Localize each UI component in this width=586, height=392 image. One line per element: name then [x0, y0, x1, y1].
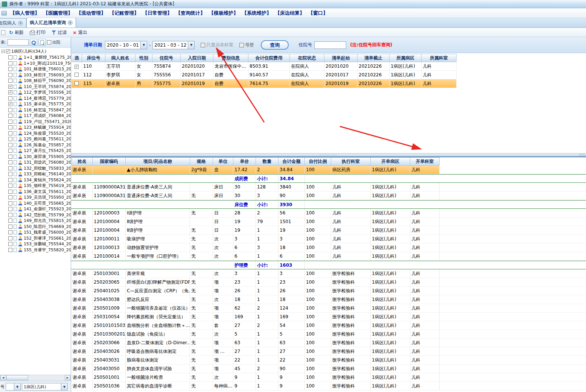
patient-checkbox[interactable]: ✓	[8, 102, 12, 106]
search-input[interactable]	[8, 39, 29, 46]
filter-button[interactable]: 过滤	[49, 29, 69, 36]
tree-patient-item[interactable]: ✓112_李梦琪_755556_20...	[0, 90, 71, 96]
tree-patient-item[interactable]: 108_林烜平_756090_20...	[0, 78, 71, 84]
patient-checkbox[interactable]: ✓	[8, 90, 12, 94]
column-header[interactable]: 住院号	[152, 54, 181, 62]
tree-patient-item[interactable]: ✓115_谢卓辰_755775_20...	[0, 101, 71, 107]
print-button[interactable]: 打印	[27, 29, 48, 36]
patient-checkbox[interactable]	[8, 155, 12, 159]
tree-patient-item[interactable]: 1+10_测试[210119_7561...	[0, 61, 71, 67]
patient-checkbox[interactable]	[8, 131, 12, 135]
column-header[interactable]: 规格	[190, 157, 213, 166]
goto-button[interactable]	[38, 39, 46, 46]
tree-patient-item[interactable]: 131_郑棨武_756080_20...	[0, 160, 71, 166]
tree-patient-item[interactable]: 123_林毓姗_755914_20...	[0, 125, 71, 131]
patient-checkbox[interactable]	[8, 96, 12, 100]
discharged-checkbox[interactable]	[47, 40, 51, 44]
date-to-select[interactable]: 2021 - 03 - 12 ▼	[152, 41, 195, 49]
splitter-end-thumb[interactable]	[579, 154, 584, 156]
patient-checkbox[interactable]	[8, 207, 12, 211]
patient-checkbox[interactable]	[8, 201, 12, 205]
column-header[interactable]: 清单截止	[358, 54, 390, 62]
tree-patient-item[interactable]: 124_陈俊霖_755520_20...	[0, 131, 71, 137]
column-header[interactable]: 开单科室	[410, 157, 440, 166]
dropdown-icon[interactable]: ▼	[140, 41, 147, 49]
tree-patient-item[interactable]: 127_谢月生_755425_20...	[0, 148, 71, 154]
detail-row[interactable]: 谢卓辰120100013动静脉置管护理无次6318100儿科1病区(儿科)儿科	[71, 243, 586, 252]
patient-checkbox[interactable]	[8, 236, 12, 240]
tree-patient-item[interactable]: 140_吴司晋_755665_20...	[0, 201, 71, 207]
tree-patient-item[interactable]: 126_陈嘉会_755857_20...	[0, 142, 71, 148]
detail-row[interactable]: 谢卓辰250401025C—反应蛋白测定（CRP）（免...无项26126100…	[71, 287, 586, 295]
search-button[interactable]	[30, 39, 37, 46]
tab-inpatient[interactable]: 住院病人 ×	[0, 18, 26, 27]
tree-patient-item[interactable]: 150_陈思行_754669_20...	[0, 224, 71, 230]
footer-small-select[interactable]: ▼	[6, 383, 21, 390]
row-checkbox[interactable]	[75, 81, 79, 85]
column-header[interactable]: 入院日期	[181, 54, 213, 62]
column-header[interactable]: 单价	[233, 157, 256, 166]
patient-checkbox[interactable]: ✓	[8, 85, 12, 89]
column-header[interactable]: 单位	[213, 157, 233, 166]
detail-row[interactable]: 谢卓辰120100004Ⅱ级护理无日19119100儿科1病区(儿科)儿科	[71, 226, 586, 235]
detail-row[interactable]: 谢卓辰250501036其它病毒的血清学诊断无每种病...919100医学检验科…	[71, 382, 586, 390]
refresh-button[interactable]: ↻ 刷新	[7, 29, 26, 36]
column-header[interactable]: 开单病区	[371, 157, 410, 166]
menu-item[interactable]: 【记账管理】	[108, 10, 141, 17]
detail-row[interactable]: 谢卓辰120100011吸痰护理无次313100儿科1病区(儿科)儿科	[71, 235, 586, 243]
detail-row[interactable]: 谢卓辰250403031腺病毒抗体测定无项22122100医学检验科1病区(儿科…	[71, 356, 586, 365]
patient-checkbox[interactable]	[8, 149, 12, 153]
mother-baby-checkbox[interactable]	[239, 43, 244, 47]
patient-checkbox[interactable]	[8, 108, 12, 112]
detail-row[interactable]: 谢卓辰▲小儿肺咳颗粒2g*9袋盒17.42234.84100病区药房1病区(儿科…	[71, 166, 586, 174]
patient-checkbox[interactable]	[8, 219, 12, 223]
tree-patient-item[interactable]: 139_吴浩琪_755950_20...	[0, 194, 71, 201]
tree-patient-item[interactable]: 130_谢羿康_755905_20...	[0, 154, 71, 160]
column-header[interactable]: 项目/药品名称	[126, 157, 190, 166]
patient-checkbox[interactable]	[8, 143, 12, 147]
patient-checkbox[interactable]	[8, 61, 12, 65]
column-header[interactable]: 病人姓名	[105, 54, 135, 62]
inpatient-no-input[interactable]	[314, 41, 346, 49]
dropdown-icon[interactable]: ▼	[14, 383, 20, 390]
patient-checkbox[interactable]	[8, 67, 12, 71]
patient-checkbox[interactable]	[8, 166, 12, 170]
patient-row[interactable]: 112李梦琪女75555620201017自费9140.57在院病人202010…	[72, 71, 457, 79]
patient-checkbox[interactable]	[8, 225, 12, 229]
ward-select[interactable]: 1病区(儿科) ▼	[22, 383, 68, 390]
column-header[interactable]: 选	[72, 54, 82, 62]
tree-patient-item[interactable]: 116_林宏溢_755847_20...	[0, 107, 71, 113]
patient-checkbox[interactable]	[8, 190, 12, 194]
tree-patient-item[interactable]: ✓110_王芊玥_755874_20...	[0, 84, 71, 90]
menu-item[interactable]: 【床边结算】	[273, 10, 306, 17]
dropdown-icon[interactable]: ▼	[188, 41, 194, 49]
column-header[interactable]: 清单起始	[324, 54, 358, 62]
column-header[interactable]: 合计住院费用	[248, 54, 290, 62]
detail-row[interactable]: 谢卓辰120100014一般专项护理（口腔护理）无次616100儿科1病区(儿科…	[71, 252, 586, 261]
tree-patient-item[interactable]: 119_卢喆_755471_20201...	[0, 119, 71, 125]
patient-checkbox[interactable]	[8, 160, 12, 164]
tree-patient-item[interactable]: 153_张鹏晙_755544_20...	[0, 241, 71, 247]
detail-row[interactable]: 谢卓辰11090000A31普通床位费-A类三人间无床日30390100儿科1病…	[71, 191, 586, 200]
menu-item[interactable]: 【查询统计】	[174, 10, 207, 17]
patient-checkbox[interactable]	[8, 172, 12, 176]
detail-row[interactable]: 谢卓辰250403026呼吸道合胞病毒抗体测定无项 …27127100医学检验科…	[71, 347, 586, 356]
detail-row[interactable]: 谢卓辰120100004Ⅱ级护理日19791501100儿科1病区(儿科)儿科	[71, 217, 586, 226]
tree-patient-item[interactable]: 1+1_童辉煌_756175_20...	[0, 55, 71, 61]
column-header[interactable]: 合计金额	[279, 157, 305, 166]
column-header[interactable]: 在院状态	[290, 54, 324, 62]
column-header[interactable]: 自付比例	[305, 157, 331, 166]
patient-checkbox[interactable]	[8, 114, 12, 118]
detail-row[interactable]: 谢卓辰250203065纤维蛋白(原)降解产物测定(FDP)无项23123100…	[71, 278, 586, 287]
patient-row[interactable]: ✓110王芊玥女75587420201020龙岩市医保中...8503.91在院…	[72, 62, 457, 71]
tree-patient-item[interactable]: 134_黄锦兴_755624_20...	[0, 177, 71, 183]
tab-close-icon[interactable]: ×	[18, 21, 23, 26]
patient-checkbox[interactable]	[8, 79, 12, 83]
sidebar-hscrollbar[interactable]: ◀ ▶	[0, 375, 71, 381]
tree-patient-item[interactable]: 149_郑允浩_755815_20...	[0, 218, 71, 224]
collapse-icon[interactable]: −	[2, 50, 5, 53]
patient-checkbox[interactable]	[8, 55, 12, 59]
detail-row[interactable]: 谢卓辰250203066血浆D-二聚体测定（D-Dimer...无项631631…	[71, 339, 586, 347]
tree-patient-item[interactable]: 114_蔡博思_755779_20...	[0, 96, 71, 102]
tree-patient-item[interactable]: 135_饶梓萱_755619_20...	[0, 183, 71, 189]
